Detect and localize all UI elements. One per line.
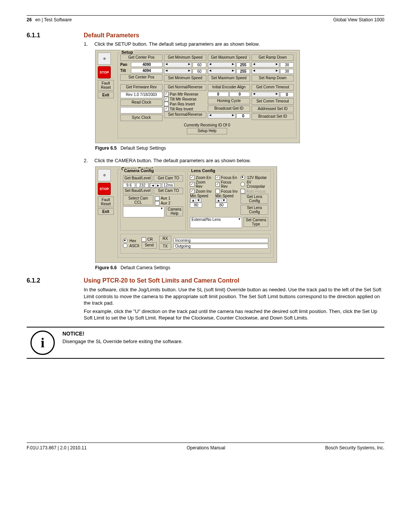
initial-encoder-align-button[interactable]: Initial Encoder Align	[208, 84, 250, 91]
cam-to-stepper[interactable]: ◄►	[150, 183, 161, 188]
pan-res-invert-checkbox[interactable]	[164, 102, 169, 106]
read-clock-button[interactable]: Read Clock	[120, 99, 162, 106]
focus-min-speed-stepper[interactable]: ▲▼	[215, 198, 227, 203]
get-normal-reverse-button[interactable]: Get Normal/Reverse	[164, 84, 206, 91]
crosspolar-radio[interactable]	[241, 182, 245, 187]
rx-field[interactable]: Incoming	[174, 238, 268, 243]
focus-min-speed-label: Min Speed	[215, 194, 239, 198]
get-center-pos-button[interactable]: Get Center Pos	[120, 54, 162, 61]
pan-max-slider[interactable]	[208, 62, 236, 67]
focus-en-label: Focus En	[221, 176, 237, 180]
get-max-speed-button[interactable]: Get Maximum Speed	[208, 54, 250, 61]
zoom-rev-checkbox[interactable]: ✓	[190, 182, 194, 187]
comm-timeout-slider[interactable]	[252, 92, 279, 97]
get-baud-button[interactable]: Get Baud/Level	[123, 175, 152, 182]
focus-rev-checkbox[interactable]: ✓	[215, 182, 220, 187]
set-max-speed-button[interactable]: Set Maximum Speed	[208, 75, 250, 81]
get-min-speed-button[interactable]: Get Minimum Speed	[164, 54, 206, 61]
exit-button[interactable]: Exit	[98, 92, 114, 98]
send-button[interactable]: Send	[142, 242, 157, 249]
broadcast-set-id-button[interactable]: Broadcast Set ID	[252, 113, 294, 120]
tilt-min-value: 60	[193, 69, 206, 74]
set-cam-to-button[interactable]: Set Cam TO	[154, 188, 183, 194]
page-footer: F.01U.173.867 | 2.0 | 2010.11 Operations…	[27, 443, 384, 451]
addressed-set-id-button[interactable]: Addressed Set ID	[252, 106, 294, 112]
comm-timeout-value: 0	[280, 92, 294, 97]
notice-text: Disengage the SL Override before exiting…	[62, 338, 183, 345]
tilt-ramp-slider[interactable]	[252, 69, 279, 74]
set-ramp-down-button[interactable]: Set Ramp Down	[252, 75, 294, 81]
bipolar-label: 12V Bipolar	[247, 176, 267, 180]
focus-en-checkbox[interactable]: ✓	[215, 175, 220, 180]
tilt-center-value: 4094	[131, 68, 162, 73]
set-lens-config-button[interactable]: Set Lens Config	[241, 205, 268, 215]
enc-a-value: 0	[208, 92, 229, 97]
set-baud-button[interactable]: Set Baud/Level	[123, 188, 152, 194]
exit-button[interactable]: Exit	[98, 208, 114, 215]
pan-mtr-reverse-label: Pan Mtr Reverse	[170, 92, 198, 96]
broadcast-get-id-button[interactable]: Broadcast Get ID	[208, 105, 250, 112]
crosspolar-label: 6V Crosspolar	[247, 180, 268, 189]
setup-help-button[interactable]: Setup Help	[187, 128, 227, 134]
get-cam-to-button[interactable]: Get Cam TO	[154, 175, 183, 182]
set-min-speed-button[interactable]: Set Minimum Speed	[164, 75, 206, 81]
tilt-mtr-reverse-checkbox[interactable]: ✓	[164, 97, 169, 101]
info-icon: i	[30, 331, 55, 355]
tilt-ramp-value: 38	[280, 69, 294, 74]
figure-65-caption: Default Setup Settings	[121, 145, 166, 151]
ascii-radio[interactable]	[123, 243, 127, 248]
step-text: Click the CAMERA button. The default par…	[94, 158, 251, 163]
set-normal-reverse-button[interactable]: Set Normal/Reverse	[164, 112, 206, 118]
aux1-checkbox[interactable]	[155, 196, 159, 201]
broadcast-slider[interactable]	[208, 113, 236, 118]
pan-ramp-value: 38	[280, 62, 294, 67]
tilt-min-slider[interactable]	[164, 69, 192, 74]
current-rx-label: Currently Receiving ID Of 0	[120, 123, 294, 127]
setup-screenshot: ⚙ STOP Fault Reset Exit Setup Get Center…	[95, 50, 300, 143]
tx-field[interactable]: Outgoing	[174, 244, 268, 249]
focus-inv-checkbox[interactable]	[215, 189, 220, 193]
tilt-label: Tilt	[120, 69, 130, 73]
zoom-rev-label: Zoom Rev	[196, 180, 213, 189]
pan-mtr-reverse-checkbox[interactable]: ✓	[164, 92, 169, 96]
focus-min-speed-value: 80	[215, 203, 228, 208]
camera-help-button[interactable]: Camera Help	[166, 206, 183, 216]
get-lens-config-button[interactable]: Get Lens Config	[241, 194, 268, 204]
pan-res-invert-label: Pan Res Invert	[170, 102, 195, 106]
tilt-res-invert-label: Tilt Res Invert	[170, 107, 193, 111]
get-firmware-button[interactable]: Get Firmware Rev	[120, 84, 162, 91]
footer-left: F.01U.173.867 | 2.0 | 2010.11	[27, 445, 87, 451]
set-camera-type-button[interactable]: Set Camera Type	[244, 217, 268, 227]
set-center-pos-button[interactable]: Set Center Pos	[120, 74, 162, 81]
select-cam-ccl-button[interactable]: Select Cam CCL	[123, 195, 153, 205]
zoom-min-speed-stepper[interactable]: ▲▼	[190, 198, 201, 203]
lens-type-dropdown[interactable]: External/No Lens	[190, 217, 242, 228]
cam-ccl-dropdown[interactable]	[123, 206, 164, 217]
get-ramp-down-button[interactable]: Get Ramp Down	[252, 54, 294, 61]
pan-min-slider[interactable]	[164, 62, 192, 67]
section-number: 6.1.1	[27, 32, 84, 39]
zoom-inv-checkbox[interactable]: ✓	[190, 189, 194, 193]
fault-reset-button[interactable]: Fault Reset	[98, 80, 114, 91]
zoom-en-checkbox[interactable]: ✓	[190, 175, 194, 180]
bipolar-radio[interactable]	[241, 175, 245, 180]
hex-radio[interactable]	[123, 238, 127, 243]
auto-focus-checkbox[interactable]	[241, 189, 245, 193]
sync-clock-button[interactable]: Sync Clock	[120, 115, 162, 121]
header-rule	[27, 15, 384, 16]
tilt-max-value: 255	[236, 69, 250, 74]
aux2-checkbox[interactable]	[155, 201, 159, 206]
app-icon: ⚙	[98, 169, 111, 181]
stop-button[interactable]: STOP	[98, 183, 111, 195]
tilt-max-slider[interactable]	[208, 69, 236, 74]
fault-reset-button[interactable]: Fault Reset	[98, 197, 114, 207]
footer-center: Operations Manual	[186, 445, 225, 451]
stop-button[interactable]: STOP	[98, 66, 111, 78]
figure-66-label: Figure 6.6	[95, 265, 117, 270]
set-comm-timeout-button[interactable]: Set Comm Timeout	[252, 98, 294, 105]
get-comm-timeout-button[interactable]: Get Comm Timeout	[252, 84, 294, 91]
homing-cycle-button[interactable]: Homing Cycle	[208, 98, 250, 104]
cr-checkbox[interactable]	[142, 237, 146, 242]
tilt-res-invert-checkbox[interactable]: ✓	[164, 107, 169, 111]
pan-ramp-slider[interactable]	[252, 62, 279, 67]
